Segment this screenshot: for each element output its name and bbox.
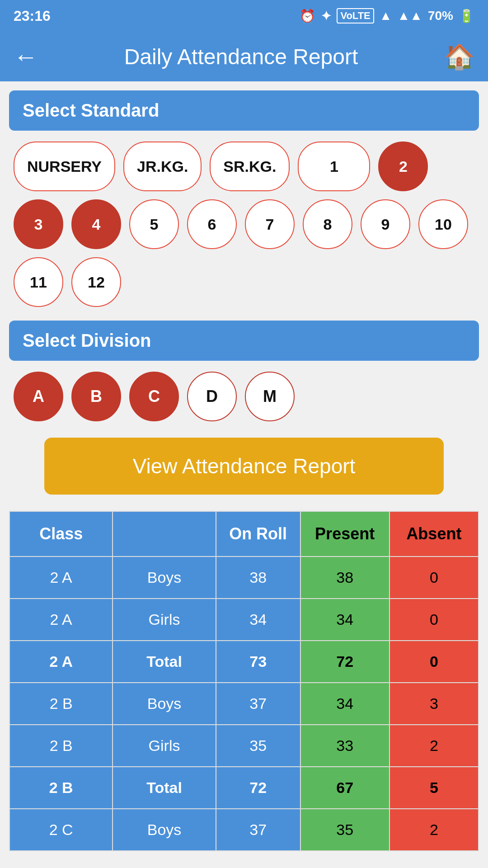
division-grid: A B C D M: [9, 372, 479, 421]
table-header-row: Class On Roll Present Absent: [9, 511, 479, 557]
td-present: 38: [300, 557, 389, 599]
th-absent: Absent: [389, 511, 479, 557]
std-jrkg[interactable]: JR.KG.: [123, 142, 202, 191]
table-row: 2 CBoys37352: [9, 809, 479, 851]
div-b[interactable]: B: [71, 372, 121, 421]
battery-icon: 🔋: [459, 9, 474, 24]
std-2[interactable]: 2: [378, 142, 428, 191]
std-11[interactable]: 11: [14, 257, 63, 307]
select-standard-header: Select Standard: [9, 90, 479, 131]
std-12[interactable]: 12: [71, 257, 121, 307]
td-absent: 5: [389, 767, 479, 809]
std-7[interactable]: 7: [245, 199, 295, 249]
td-class: 2 A: [9, 599, 113, 641]
td-gender: Total: [113, 641, 216, 683]
table-row: 2 ABoys38380: [9, 557, 479, 599]
td-onroll: 37: [216, 683, 300, 725]
std-8[interactable]: 8: [303, 199, 352, 249]
td-absent: 3: [389, 683, 479, 725]
std-3[interactable]: 3: [14, 199, 63, 249]
td-onroll: 37: [216, 809, 300, 851]
td-class: 2 B: [9, 683, 113, 725]
signal-icon: ▲▲: [398, 9, 422, 23]
std-9[interactable]: 9: [361, 199, 410, 249]
td-gender: Girls: [113, 725, 216, 767]
main-content: Select Standard NURSERY JR.KG. SR.KG. 1 …: [0, 81, 488, 851]
th-class: Class: [9, 511, 113, 557]
select-standard-label: Select Standard: [23, 100, 159, 120]
div-c[interactable]: C: [129, 372, 179, 421]
td-gender: Boys: [113, 683, 216, 725]
div-m[interactable]: M: [245, 372, 295, 421]
th-present: Present: [300, 511, 389, 557]
standards-grid: NURSERY JR.KG. SR.KG. 1 2 3 4 5 6 7 8 9 …: [9, 142, 479, 307]
back-button[interactable]: ←: [14, 42, 38, 71]
td-present: 72: [300, 641, 389, 683]
td-onroll: 72: [216, 767, 300, 809]
td-class: 2 A: [9, 557, 113, 599]
td-absent: 0: [389, 557, 479, 599]
page-title: Daily Attendance Report: [124, 44, 358, 69]
td-gender: Boys: [113, 557, 216, 599]
std-6[interactable]: 6: [187, 199, 237, 249]
td-gender: Boys: [113, 809, 216, 851]
td-gender: Total: [113, 767, 216, 809]
std-5[interactable]: 5: [129, 199, 179, 249]
td-present: 33: [300, 725, 389, 767]
div-d[interactable]: D: [187, 372, 237, 421]
td-absent: 2: [389, 809, 479, 851]
table-row: 2 BGirls35332: [9, 725, 479, 767]
table-row: 2 BBoys37343: [9, 683, 479, 725]
div-a[interactable]: A: [14, 372, 63, 421]
td-gender: Girls: [113, 599, 216, 641]
std-srkg[interactable]: SR.KG.: [210, 142, 290, 191]
td-absent: 0: [389, 641, 479, 683]
volte-label: VoLTE: [337, 8, 374, 24]
td-present: 67: [300, 767, 389, 809]
alarm-icon: ⏰: [300, 9, 315, 24]
th-onroll: On Roll: [216, 511, 300, 557]
status-time: 23:16: [14, 8, 51, 24]
wifi-icon: ▲: [380, 9, 392, 23]
std-4[interactable]: 4: [71, 199, 121, 249]
td-class: 2 B: [9, 767, 113, 809]
td-onroll: 73: [216, 641, 300, 683]
std-nursery[interactable]: NURSERY: [14, 142, 115, 191]
select-division-header: Select Division: [9, 321, 479, 361]
th-gender: [113, 511, 216, 557]
bluetooth-icon: ✦: [321, 9, 331, 24]
table-row: 2 BTotal72675: [9, 767, 479, 809]
std-10[interactable]: 10: [418, 199, 468, 249]
td-class: 2 A: [9, 641, 113, 683]
td-present: 34: [300, 683, 389, 725]
td-present: 34: [300, 599, 389, 641]
battery-percent: 70%: [428, 9, 453, 23]
td-onroll: 35: [216, 725, 300, 767]
select-division-label: Select Division: [23, 330, 151, 350]
td-class: 2 B: [9, 725, 113, 767]
view-attendance-button[interactable]: View Attendance Report: [44, 438, 444, 495]
td-onroll: 34: [216, 599, 300, 641]
td-absent: 0: [389, 599, 479, 641]
view-btn-container: View Attendance Report: [9, 438, 479, 495]
table-row: 2 AGirls34340: [9, 599, 479, 641]
nav-bar: ← Daily Attendance Report 🏠: [0, 32, 488, 81]
std-1[interactable]: 1: [298, 142, 370, 191]
status-icons: ⏰ ✦ VoLTE ▲ ▲▲ 70% 🔋: [300, 8, 474, 24]
home-button[interactable]: 🏠: [444, 42, 474, 71]
td-absent: 2: [389, 725, 479, 767]
status-bar: 23:16 ⏰ ✦ VoLTE ▲ ▲▲ 70% 🔋: [0, 0, 488, 32]
table-row: 2 ATotal73720: [9, 641, 479, 683]
td-present: 35: [300, 809, 389, 851]
attendance-table: Class On Roll Present Absent 2 ABoys3838…: [9, 511, 479, 851]
td-onroll: 38: [216, 557, 300, 599]
td-class: 2 C: [9, 809, 113, 851]
